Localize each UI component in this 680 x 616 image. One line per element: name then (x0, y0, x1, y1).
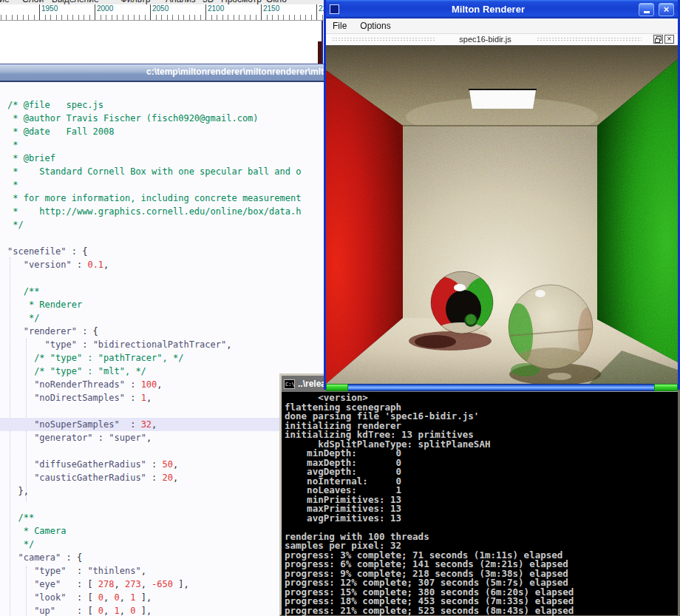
close-button[interactable]: × (659, 3, 674, 16)
ruler-label: 2050 (152, 4, 169, 13)
ruler-tick (112, 15, 112, 20)
ruler-tick (239, 15, 239, 20)
ruler-tick (161, 15, 162, 20)
render-progressbar (326, 384, 678, 391)
ruler-tick (78, 15, 79, 20)
ruler-major-tick (261, 4, 262, 20)
ruler-tick (134, 15, 135, 20)
code-line: * @date Fall 2008 (7, 125, 324, 138)
editor-titlebar[interactable]: c:\temp\miltonrenderer\miltonrenderer\ml… (0, 64, 324, 82)
code-content: /* @file spec.js * @author Travis Fische… (7, 98, 324, 616)
menu-options[interactable]: Options (353, 21, 397, 31)
ruler-tick (228, 15, 228, 20)
code-line: "diffuseGatherRadius" : 50, (7, 458, 324, 471)
dock-close-button[interactable]: × (664, 35, 674, 44)
code-line: */ (7, 311, 324, 325)
ruler-tick (278, 15, 279, 20)
screen: ениеСлойВыделениеФильтрАнализ3DПросмотрО… (0, 0, 680, 616)
code-line: "type" : "bidirectionalPathTracer", (7, 338, 324, 351)
code-line: * Camera (7, 524, 324, 538)
ruler-tick (123, 15, 123, 20)
render-viewport (326, 46, 678, 384)
code-line: * (7, 178, 324, 192)
ruler-label: 2150 (263, 4, 279, 13)
code-line (7, 231, 324, 245)
code-line: "renderer" : { (7, 325, 324, 338)
ruler-tick (200, 15, 201, 20)
ruler-tick (172, 15, 173, 20)
ruler-tick (322, 15, 323, 20)
ruler-tick (145, 15, 146, 20)
code-line: * Renderer (7, 298, 324, 311)
ruler-tick (156, 15, 157, 20)
code-line: "up" : [ 0, 1, 0 ], (7, 604, 324, 616)
console-output: <version> flattening scenegraph done par… (282, 392, 678, 615)
dock-tab-label: spec16-bidir.js (326, 34, 645, 44)
ruler-tick (178, 15, 179, 20)
ruler-major-tick (95, 4, 95, 20)
ruler-tick (139, 15, 140, 20)
ruler-tick (6, 15, 7, 20)
ruler-tick (12, 15, 13, 20)
code-line: * for more information, including concre… (7, 192, 324, 205)
ruler-tick (300, 15, 301, 20)
ruler-tick (256, 15, 256, 20)
code-line: "noDirectSamples" : 1, (7, 391, 324, 405)
code-line: /* "type" : "mlt", */ (7, 365, 324, 378)
ruler-tick (50, 15, 51, 20)
ruler-tick (245, 15, 245, 20)
ruler-label: 1950 (41, 4, 58, 13)
progress-segment-right (654, 384, 678, 391)
app-icon (330, 4, 339, 14)
code-line: * @brief (7, 152, 324, 165)
document-edge-line (322, 21, 323, 64)
code-line (7, 498, 324, 511)
ruler-tick (45, 15, 46, 20)
console-window[interactable]: C:\ ..\relea <version> flattening sceneg… (279, 373, 680, 616)
code-line: * Standard Cornell Box with one specular… (7, 165, 324, 178)
ruler-tick (56, 15, 57, 20)
ruler-tick (34, 15, 35, 20)
code-line: * http://www.graphics.cornell.edu/online… (7, 205, 324, 218)
ruler-tick (101, 15, 101, 20)
ruler-major-tick (39, 4, 40, 20)
minimize-button[interactable] (639, 3, 654, 16)
ruler-tick (272, 15, 273, 20)
code-line (7, 405, 324, 418)
menu-file[interactable]: File (326, 21, 353, 31)
ruler-tick (28, 15, 29, 20)
window-title: Milton Renderer (342, 4, 634, 15)
ruler-major-tick (205, 4, 206, 20)
ruler-tick (17, 15, 18, 20)
ruler-tick (283, 15, 284, 20)
ruler-tick (217, 15, 217, 20)
ruler-tick (84, 15, 84, 20)
ruler-major-tick (150, 4, 151, 20)
code-line: */ (7, 218, 324, 231)
ruler-tick (23, 15, 24, 20)
ruler-tick (194, 15, 195, 20)
photoshop-ruler: 195020002050210021502200 (0, 4, 324, 21)
progress-segment-left (326, 384, 348, 391)
ruler-tick (72, 15, 73, 20)
editor-code-area[interactable]: /* @file spec.js * @author Travis Fische… (0, 82, 324, 616)
code-line: * (7, 138, 324, 152)
code-line: "eye" : [ 278, 273, -650 ], (7, 578, 324, 591)
code-line: "noSuperSamples" : 32, (0, 418, 324, 431)
ruler-tick (128, 15, 129, 20)
minimize-icon (644, 11, 650, 13)
code-line: "version" : 0.1, (7, 258, 324, 271)
render-dock-titlebar[interactable]: spec16-bidir.js × (326, 34, 678, 46)
code-line: /* @file spec.js (7, 98, 324, 112)
milton-titlebar[interactable]: Milton Renderer × (326, 0, 678, 18)
cornell-box-render (326, 46, 678, 384)
ruler-tick (117, 15, 118, 20)
code-line: "causticGatherRadius" : 20, (7, 471, 324, 484)
dock-float-button[interactable] (653, 35, 663, 44)
ruler-tick (89, 15, 90, 20)
ruler-tick (1, 15, 1, 20)
progress-track (348, 384, 654, 391)
photoshop-canvas (0, 21, 324, 64)
editor-window: c:\temp\miltonrenderer\miltonrenderer\ml… (0, 64, 324, 616)
ruler-tick (234, 15, 234, 20)
